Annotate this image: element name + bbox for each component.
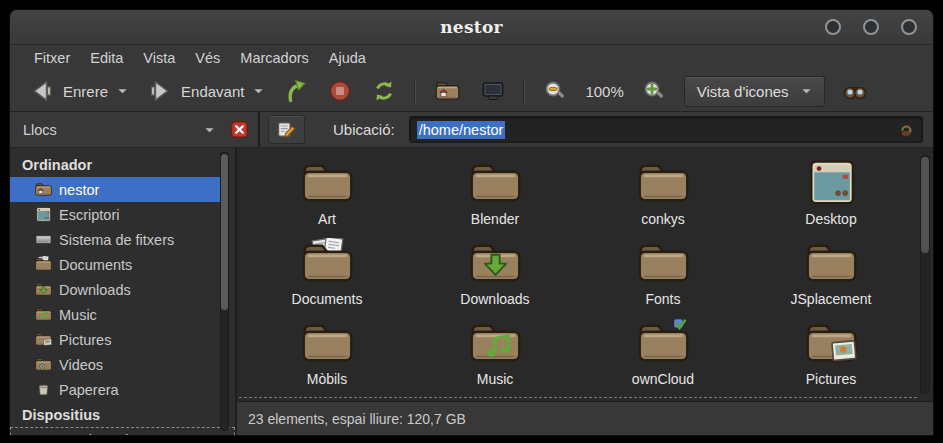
titlebar[interactable]: nestor <box>10 10 933 45</box>
file-item-music[interactable]: Music <box>411 318 579 398</box>
refresh-icon <box>372 79 396 103</box>
sidebar-item-escriptori[interactable]: Escriptori <box>10 202 235 227</box>
folder-home-icon <box>34 181 53 198</box>
location-bar: Ubicació: /home/nestor <box>260 112 933 147</box>
go-jump-icon[interactable] <box>897 121 915 139</box>
up-button[interactable] <box>275 75 317 107</box>
sidebar-scrollbar-thumb[interactable] <box>221 154 228 310</box>
toolbar-separator <box>414 78 416 104</box>
file-label: Desktop <box>805 211 856 227</box>
file-label: ownCloud <box>632 371 694 387</box>
file-label: Downloads <box>460 291 529 307</box>
folder-downloads-icon <box>467 238 524 288</box>
menu-marcadors[interactable]: Marcadors <box>230 47 319 69</box>
close-icon <box>231 121 248 138</box>
forward-label: Endavant <box>181 83 244 100</box>
file-item-desktop[interactable]: Desktop <box>747 158 915 238</box>
sidebar-item-label: Encriptat de 250 GB <box>59 432 190 436</box>
trash-icon <box>34 381 53 398</box>
file-item-documents[interactable]: Documents <box>243 238 411 318</box>
forward-history-chevron-icon[interactable] <box>253 87 264 95</box>
file-item-art[interactable]: Art <box>243 158 411 238</box>
file-item-fonts[interactable]: Fonts <box>579 238 747 318</box>
menu-v-s[interactable]: Vés <box>185 47 230 69</box>
sidebar-item-label: Escriptori <box>59 207 119 223</box>
sidebar-item-sistema-de-fitxers[interactable]: Sistema de fitxers <box>10 227 235 252</box>
menu-edita[interactable]: Edita <box>80 47 133 69</box>
edit-path-button[interactable] <box>268 115 305 144</box>
window-button-1[interactable] <box>825 19 841 35</box>
file-item-pictures[interactable]: Pictures <box>747 318 915 398</box>
folder-videos-icon <box>34 356 53 373</box>
file-label: Mòbils <box>307 371 347 387</box>
sidebar-title[interactable]: Llocs <box>23 122 57 138</box>
sidebar-item-label: Videos <box>59 357 103 373</box>
sidebar-item-label: nestor <box>59 182 99 198</box>
file-item-blender[interactable]: Blender <box>411 158 579 238</box>
sidebar-item-videos[interactable]: Videos <box>10 352 235 377</box>
home-button[interactable] <box>425 75 470 107</box>
toolbar: Enrere Endavant 100% <box>10 71 933 112</box>
sidebar-item-paperera[interactable]: Paperera <box>10 377 235 402</box>
sidebar-item-documents[interactable]: Documents <box>10 252 235 277</box>
menu-fitxer[interactable]: Fitxer <box>24 47 80 69</box>
file-item-owncloud[interactable]: ownCloud <box>579 318 747 398</box>
sidebar-scrollbar[interactable] <box>220 152 229 431</box>
file-item-conkys[interactable]: conkys <box>579 158 747 238</box>
sidebar-section-ordinador: Ordinador <box>10 152 235 177</box>
statusbar: 23 elements, espai lliure: 120,7 GB <box>237 401 933 435</box>
search-button[interactable] <box>834 75 876 107</box>
zoom-in-button[interactable] <box>633 75 675 107</box>
window-button-3[interactable] <box>901 19 917 35</box>
main-scrollbar[interactable] <box>920 155 930 394</box>
zoom-out-icon <box>543 79 567 103</box>
folder-documents-icon <box>34 256 53 273</box>
file-item-downloads[interactable]: Downloads <box>411 238 579 318</box>
file-label: Fonts <box>645 291 680 307</box>
sidebar-close-button[interactable] <box>231 121 248 138</box>
sidebar-item-label: Documents <box>59 257 132 273</box>
sidebar-item-label: Pictures <box>59 332 111 348</box>
sidebar-item-pictures[interactable]: Pictures <box>10 327 235 352</box>
forward-button[interactable]: Endavant <box>139 75 273 107</box>
computer-button[interactable] <box>472 75 514 107</box>
folder-icon <box>803 238 860 288</box>
sidebar-item-nestor[interactable]: nestor <box>10 177 223 202</box>
file-label: JSplacement <box>791 291 872 307</box>
location-input[interactable]: /home/nestor <box>409 116 923 143</box>
computer-icon <box>481 79 505 103</box>
sidebar-item-label: Sistema de fitxers <box>59 232 174 248</box>
folder-icon <box>299 318 356 368</box>
back-button[interactable]: Enrere <box>21 75 137 107</box>
folder-music-icon <box>467 318 524 368</box>
menu-vista[interactable]: Vista <box>133 47 185 69</box>
file-icon-view[interactable]: Art Blender conkys Desktop Documents Dow… <box>237 148 933 401</box>
edit-note-icon <box>276 119 297 140</box>
view-mode-chevron-icon <box>801 87 812 95</box>
zoom-out-button[interactable] <box>534 75 576 107</box>
path-row: Llocs Ubicació: /home/nestor <box>10 112 933 148</box>
desktop-icon <box>803 158 860 208</box>
file-item-jsplacement[interactable]: JSplacement <box>747 238 915 318</box>
window-button-2[interactable] <box>863 19 879 35</box>
right-column: Art Blender conkys Desktop Documents Dow… <box>237 148 933 435</box>
file-label: Pictures <box>806 371 857 387</box>
sidebar-item-downloads[interactable]: Downloads <box>10 277 235 302</box>
stop-button[interactable] <box>319 75 361 107</box>
reload-button[interactable] <box>363 75 405 107</box>
folder-owncloud-icon <box>635 318 692 368</box>
main-scrollbar-thumb[interactable] <box>921 157 929 253</box>
folder-icon <box>635 158 692 208</box>
folder-icon <box>635 238 692 288</box>
sidebar-item-music[interactable]: Music <box>10 302 235 327</box>
sidebar-item-encriptat-de-250-gb[interactable]: Encriptat de 250 GB <box>10 427 235 435</box>
folder-downloads-icon <box>34 281 53 298</box>
menu-ajuda[interactable]: Ajuda <box>319 47 376 69</box>
file-manager-window: nestor FitxerEditaVistaVésMarcadorsAjuda… <box>10 10 933 435</box>
view-mode-dropdown[interactable]: Vista d'icones <box>684 76 825 107</box>
location-label: Ubicació: <box>333 121 395 138</box>
content-area: Ordinador nestor Escriptori Sistema de f… <box>10 148 933 435</box>
sidebar-chevron-icon[interactable] <box>204 126 215 134</box>
back-history-chevron-icon[interactable] <box>117 87 128 95</box>
file-item-m-bils[interactable]: Mòbils <box>243 318 411 398</box>
